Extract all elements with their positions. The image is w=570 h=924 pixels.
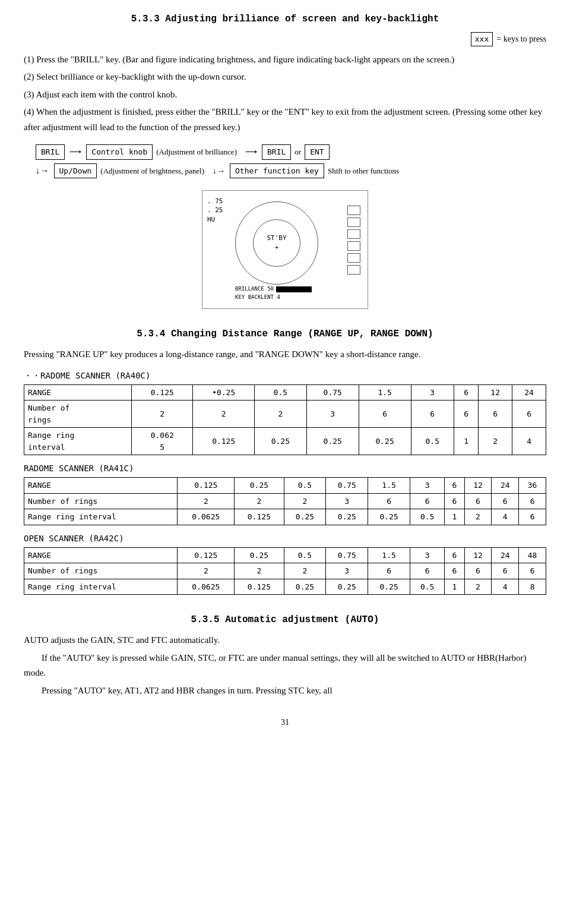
table-cell: 4 bbox=[512, 428, 546, 455]
table-cell: 3 bbox=[326, 493, 368, 509]
table-ra41c: RANGE 0.125 0.25 0.5 0.75 1.5 3 6 12 24 … bbox=[24, 477, 546, 525]
table-cell: Number ofrings bbox=[24, 400, 132, 428]
table-cell: 1.5 bbox=[368, 547, 410, 563]
screen-labels: . 75. 25HU bbox=[207, 197, 223, 224]
table-cell: 12 bbox=[479, 384, 512, 400]
table-cell: 24 bbox=[492, 547, 519, 563]
table-cell: 6 bbox=[410, 493, 445, 509]
brillance-label: BRILLANCE 50 bbox=[235, 285, 274, 294]
table-cell: 0.0625 bbox=[132, 428, 193, 455]
instruction-3: (3) Adjust each item with the control kn… bbox=[24, 87, 546, 103]
table-cell: 0.25 bbox=[254, 428, 306, 455]
table-cell: 6 bbox=[445, 478, 464, 494]
table-cell: 0.25 bbox=[235, 547, 284, 563]
flow-ent-key: ENT bbox=[305, 144, 329, 160]
table-cell: 6 bbox=[359, 400, 411, 428]
instruction-4: (4) When the adjustment is finished, pre… bbox=[24, 105, 546, 135]
instruction-2: (2) Select brilliance or key-backlight w… bbox=[24, 70, 546, 85]
flow-adj-brightness: (Adjustment of brightness, panel) bbox=[100, 165, 204, 177]
table-cell: 0.75 bbox=[306, 384, 359, 400]
screen-bottom: BRILLANCE 50 KEY BACKLENT 4 bbox=[235, 285, 312, 301]
flow-row-2: ↓→ Up/Down (Adjustment of brightness, pa… bbox=[36, 163, 546, 179]
table-cell: Range ring interval bbox=[24, 509, 178, 525]
table-ra40c: RANGE 0.125 •0.25 0.5 0.75 1.5 3 6 12 24… bbox=[24, 384, 546, 456]
table-ra42c: RANGE 0.125 0.25 0.5 0.75 1.5 3 6 12 24 … bbox=[24, 547, 546, 595]
plus-label: + bbox=[275, 243, 279, 253]
brillance-bar-fill bbox=[276, 286, 312, 292]
bar-3 bbox=[347, 229, 360, 239]
kbd-legend-box: xxx bbox=[471, 32, 493, 46]
table-cell: 1 bbox=[454, 428, 478, 455]
bar-6 bbox=[347, 265, 360, 275]
table-cell: 2 bbox=[464, 509, 492, 525]
table-cell: 2 bbox=[178, 493, 235, 509]
table-row: Number of rings 2 2 2 3 6 6 6 6 6 6 bbox=[24, 493, 546, 509]
bar-2 bbox=[347, 217, 360, 227]
table-cell: 1.5 bbox=[359, 384, 411, 400]
flow-shift-text: Shift to other functions bbox=[328, 165, 399, 177]
table-cell: 2 bbox=[235, 563, 284, 579]
table-cell: 2 bbox=[193, 400, 254, 428]
table-cell: 2 bbox=[254, 400, 306, 428]
table-cell: 6 bbox=[368, 563, 410, 579]
table-row: Range ringinterval 0.0625 0.125 0.25 0.2… bbox=[24, 428, 546, 455]
table-cell: 4 bbox=[492, 579, 519, 595]
flow-or: or bbox=[294, 146, 301, 158]
flow-control-knob: Control knob bbox=[86, 144, 153, 160]
table-cell: 0.5 bbox=[410, 579, 445, 595]
flow-other-key: Other function key bbox=[230, 163, 324, 179]
section2-para-1: Pressing "RANGE UP" key produces a long-… bbox=[24, 347, 546, 362]
table-cell: 3 bbox=[411, 384, 454, 400]
bar-1 bbox=[347, 206, 360, 215]
table-cell: 12 bbox=[464, 478, 492, 494]
table-cell: 0.0625 bbox=[178, 579, 235, 595]
table-cell: 0.125 bbox=[235, 579, 284, 595]
page-title: 5.3.3 Adjusting brilliance of screen and… bbox=[24, 12, 546, 26]
table-cell: 0.75 bbox=[326, 547, 368, 563]
table-cell: 3 bbox=[410, 478, 445, 494]
table-cell: 6 bbox=[445, 547, 464, 563]
table-cell: 0.125 bbox=[132, 384, 193, 400]
flow-arrow-1: ⟶ bbox=[69, 146, 81, 158]
table-cell: 6 bbox=[445, 493, 464, 509]
table-cell: 3 bbox=[326, 563, 368, 579]
section3-para-1: AUTO adjusts the GAIN, STC and FTC autom… bbox=[24, 633, 546, 648]
table-cell: 1 bbox=[445, 579, 464, 595]
table-cell: 0.5 bbox=[254, 384, 306, 400]
table-cell: 0.25 bbox=[326, 509, 368, 525]
flow-adj-brilliance: (Adjustment of brilliance) bbox=[156, 146, 237, 158]
table-cell: 36 bbox=[519, 478, 546, 494]
flow-bril-key-2: BRIL bbox=[262, 144, 291, 160]
table-cell: 0.125 bbox=[235, 509, 284, 525]
page-number: 31 bbox=[24, 716, 546, 729]
table-cell: 6 bbox=[519, 493, 546, 509]
table-cell: Number of rings bbox=[24, 493, 178, 509]
circle-inner: ST'BY + bbox=[253, 219, 300, 267]
table-row: RANGE 0.125 0.25 0.5 0.75 1.5 3 6 12 24 … bbox=[24, 478, 546, 494]
circle-outer: ST'BY + bbox=[235, 201, 318, 285]
table-cell: 0.0625 bbox=[178, 509, 235, 525]
table-cell: 0.25 bbox=[368, 579, 410, 595]
table-cell: 6 bbox=[411, 400, 454, 428]
radome-ra41c-label: RADOME SCANNER (RA41C) bbox=[24, 462, 546, 475]
table-cell: 4 bbox=[492, 509, 519, 525]
table-cell: 6 bbox=[512, 400, 546, 428]
table-cell: RANGE bbox=[24, 478, 178, 494]
table-cell: 0.5 bbox=[410, 509, 445, 525]
table-cell: 2 bbox=[235, 493, 284, 509]
section2-title: 5.3.4 Changing Distance Range (RANGE UP,… bbox=[24, 327, 546, 341]
section3-para-2: If the "AUTO" key is pressed while GAIN,… bbox=[24, 651, 546, 681]
table-cell: 2 bbox=[284, 563, 326, 579]
flow-diagram: BRIL ⟶ Control knob (Adjustment of brill… bbox=[36, 144, 546, 178]
table-cell: 6 bbox=[410, 563, 445, 579]
instruction-1: (1) Press the "BRILL" key. (Bar and figu… bbox=[24, 52, 546, 68]
table-row: Range ring interval 0.0625 0.125 0.25 0.… bbox=[24, 509, 546, 525]
stby-label: ST'BY bbox=[267, 234, 286, 244]
table-cell: 6 bbox=[464, 493, 492, 509]
table-cell: 6 bbox=[519, 563, 546, 579]
table-cell: •0.25 bbox=[193, 384, 254, 400]
table-cell: 0.125 bbox=[193, 428, 254, 455]
table-cell: 6 bbox=[464, 563, 492, 579]
flow-arrow-2: ⟶ bbox=[245, 146, 257, 158]
flow-indent: ↓→ bbox=[36, 164, 49, 178]
